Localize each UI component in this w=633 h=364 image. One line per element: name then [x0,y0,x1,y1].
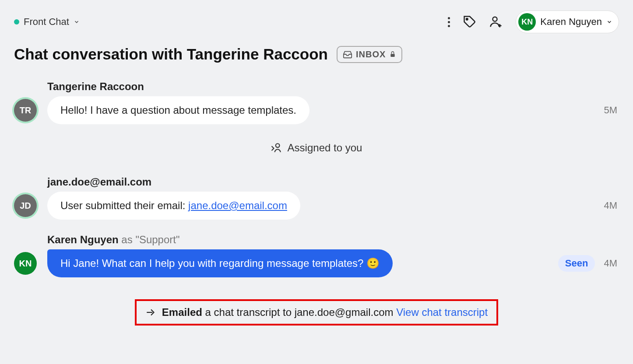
sender-name: Tangerine Raccoon [47,80,619,93]
title-row: Chat conversation with Tangerine Raccoon… [14,46,619,63]
svg-rect-4 [391,54,395,57]
svg-point-1 [493,17,497,21]
inbox-badge-label: INBOX [356,49,386,60]
chevron-down-icon [606,19,612,25]
avatar: JD [14,194,37,217]
seen-badge: Seen [558,255,595,272]
message-timestamp: 5M [604,105,619,116]
transcript-highlight-box: Emailed a chat transcript to jane.doe@gm… [135,299,498,326]
topbar: Front Chat [14,10,619,33]
svg-point-0 [466,18,468,20]
top-actions: KN Karen Nguyen [448,10,619,33]
transcript-emailed-label: Emailed [162,306,202,318]
chevron-down-icon [74,19,80,25]
transcript-row: Emailed a chat transcript to jane.doe@gm… [14,299,619,326]
message-block: Karen Nguyen as "Support" KN Hi Jane! Wh… [14,234,619,277]
lock-icon [389,51,396,58]
message-bubble[interactable]: Hello! I have a question about message t… [47,96,309,124]
transcript-body: a chat transcript to jane.doe@gmail.com [202,306,396,318]
conversation-title: Chat conversation with Tangerine Raccoon [14,46,328,63]
current-user-menu[interactable]: KN Karen Nguyen [516,10,619,33]
svg-point-5 [275,144,279,147]
message-timestamp: 4M [604,200,619,211]
inbox-badge[interactable]: INBOX [337,46,402,63]
avatar: KN [14,252,37,275]
user-add-icon [489,15,503,28]
more-vertical-icon [448,17,450,27]
message-bubble[interactable]: User submitted their email: jane.doe@ema… [47,192,300,220]
current-user-name: Karen Nguyen [540,16,602,28]
more-options-button[interactable] [448,17,450,27]
email-link[interactable]: jane.doe@email.com [188,200,287,211]
sender-name: jane.doe@email.com [47,176,619,188]
assigned-icon [271,142,282,154]
message-prefix: User submitted their email: [60,200,188,211]
avatar: KN [518,13,536,31]
sender-name-text: Karen Nguyen [47,234,119,245]
view-transcript-link[interactable]: View chat transcript [396,306,488,318]
arrow-right-icon [145,307,157,318]
assigned-text: Assigned to you [288,142,362,154]
inbox-icon [343,49,352,59]
avatar: TR [14,99,37,122]
sender-role: as "Support" [119,234,180,245]
tag-icon [463,15,476,28]
message-bubble[interactable]: Hi Jane! What can I help you with regard… [47,249,393,277]
sender-name: Karen Nguyen as "Support" [47,234,619,246]
tag-button[interactable] [463,15,476,28]
channel-name: Front Chat [24,16,69,28]
message-timestamp: 4M [604,258,619,269]
add-user-button[interactable] [489,15,503,28]
message-block: jane.doe@email.com JD User submitted the… [14,176,619,220]
status-dot-icon [14,19,19,24]
channel-selector[interactable]: Front Chat [14,16,80,28]
assigned-indicator: Assigned to you [14,142,619,154]
message-block: Tangerine Raccoon TR Hello! I have a que… [14,80,619,124]
